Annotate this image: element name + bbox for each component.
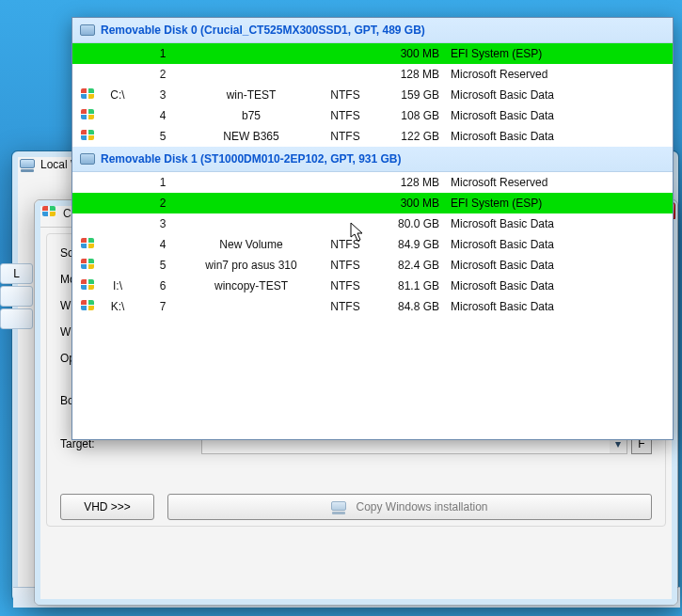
app-icon [42,206,57,221]
partition-number: 4 [140,238,185,251]
partition-size: 84.9 GB [373,238,439,251]
drive-letter: C:\ [95,88,140,102]
os-flag-icon [80,88,95,102]
disk-title: Removable Disk 0 (Crucial_CT525MX300SSD1… [101,24,425,37]
partition-row[interactable]: 2128 MBMicrosoft Reserved [72,64,673,85]
vhd-button[interactable]: VHD >>> [60,494,154,520]
disk-selection-popup: Removable Disk 0 (Crucial_CT525MX300SSD1… [71,17,674,440]
partition-type: Microsoft Basic Data [439,217,665,230]
left-stub-button-1[interactable]: L [0,263,33,284]
os-flag-icon [80,238,95,251]
partition-number: 2 [140,197,185,210]
os-flag-icon [80,130,95,143]
partition-row[interactable]: 2300 MBEFI System (ESP) [72,193,673,213]
partition-row[interactable]: C:\3win-TESTNTFS159 GBMicrosoft Basic Da… [72,85,673,105]
partition-row[interactable]: 4New VolumeNTFS84.9 GBMicrosoft Basic Da… [72,234,673,255]
partition-label: NEW B365 [185,130,317,143]
partition-size: 84.8 GB [373,300,439,313]
partition-size: 108 GB [373,109,439,122]
partition-number: 1 [140,47,185,60]
partition-type: EFI System (ESP) [439,47,665,60]
left-stub-button-2[interactable] [0,286,33,307]
partition-fs: NTFS [317,259,373,272]
partition-row[interactable]: 5NEW B365NTFS122 GBMicrosoft Basic Data [72,126,673,147]
partition-size: 128 MB [373,176,439,189]
os-flag-icon [80,300,95,313]
partition-size: 159 GB [373,88,439,102]
partition-number: 2 [140,68,185,81]
drive-letter: I:\ [95,279,140,292]
partition-type: Microsoft Basic Data [439,238,665,251]
partition-fs: NTFS [317,279,373,292]
partition-label: wincopy-TEST [185,279,317,292]
disk-icon [331,499,346,514]
partition-label: win7 pro asus 310 [185,259,317,272]
os-flag-icon [80,279,95,292]
partition-type: Microsoft Basic Data [439,109,665,122]
partition-row[interactable]: 1128 MBMicrosoft Reserved [72,172,673,193]
partition-number: 3 [140,88,185,102]
partition-label: b75 [185,109,317,122]
partition-type: Microsoft Basic Data [439,300,665,313]
partition-row[interactable]: I:\6wincopy-TESTNTFS81.1 GBMicrosoft Bas… [72,276,673,296]
partition-fs: NTFS [317,88,373,102]
partition-type: Microsoft Reserved [439,176,665,189]
partition-label: win-TEST [185,88,317,102]
partition-fs: NTFS [317,300,373,313]
partition-number: 7 [140,300,185,313]
partition-row[interactable]: K:\7NTFS84.8 GBMicrosoft Basic Data [72,296,673,317]
partition-number: 4 [140,109,185,122]
partition-row[interactable]: 1300 MBEFI System (ESP) [72,43,673,64]
partition-label: New Volume [185,238,317,251]
copy-windows-button[interactable]: Copy Windows installation [167,494,652,520]
partition-number: 1 [140,176,185,189]
disk-title: Removable Disk 1 (ST1000DM010-2EP102, GP… [101,152,401,166]
disk-icon [80,24,95,36]
partition-type: Microsoft Reserved [439,68,665,81]
disk-header[interactable]: Removable Disk 1 (ST1000DM010-2EP102, GP… [72,147,673,172]
partition-number: 5 [140,259,185,272]
partition-number: 3 [140,217,185,230]
partition-size: 122 GB [373,130,439,143]
os-flag-icon [80,109,95,122]
computer-icon [20,157,35,172]
drive-letter: K:\ [95,300,140,313]
disk-header[interactable]: Removable Disk 0 (Crucial_CT525MX300SSD1… [72,18,673,43]
partition-type: Microsoft Basic Data [439,279,665,292]
copy-windows-label: Copy Windows installation [356,495,487,519]
partition-size: 80.0 GB [373,217,439,230]
partition-size: 300 MB [373,197,439,210]
disk-icon [80,153,95,165]
partition-type: EFI System (ESP) [439,197,665,210]
partition-type: Microsoft Basic Data [439,88,665,102]
partition-fs: NTFS [317,238,373,251]
partition-row[interactable]: 4b75NTFS108 GBMicrosoft Basic Data [72,105,673,126]
left-stub-button-3[interactable] [0,308,33,329]
partition-row[interactable]: 5win7 pro asus 310NTFS82.4 GBMicrosoft B… [72,255,673,276]
partition-size: 300 MB [373,47,439,60]
partition-size: 128 MB [373,68,439,81]
partition-number: 5 [140,130,185,143]
partition-type: Microsoft Basic Data [439,130,665,143]
partition-type: Microsoft Basic Data [439,259,665,272]
partition-row[interactable]: 380.0 GBMicrosoft Basic Data [72,213,673,234]
os-flag-icon [80,259,95,272]
partition-fs: NTFS [317,130,373,143]
partition-size: 81.1 GB [373,279,439,292]
partition-fs: NTFS [317,109,373,122]
partition-size: 82.4 GB [373,259,439,272]
partition-number: 6 [140,279,185,292]
